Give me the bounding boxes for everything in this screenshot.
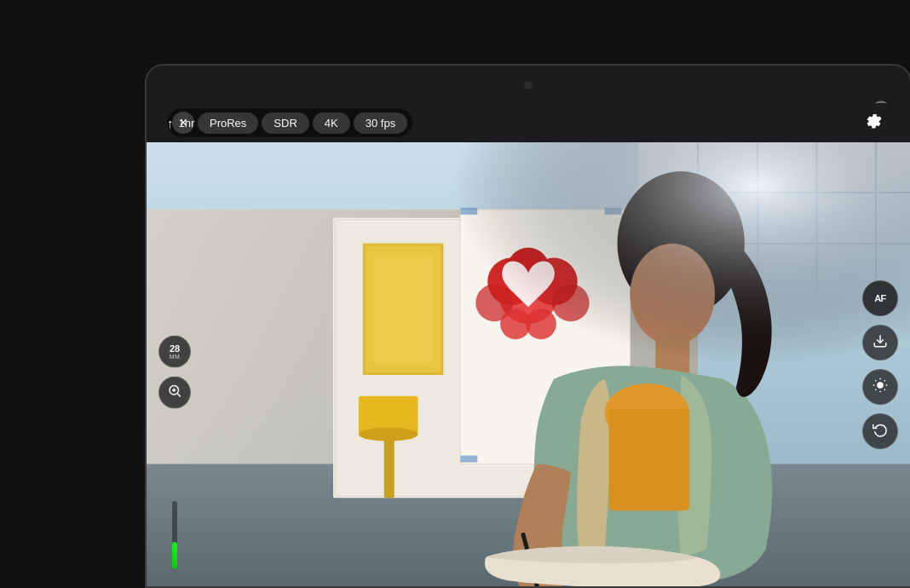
zoom-button[interactable]: [158, 376, 191, 408]
lens-selector[interactable]: 28 MM: [158, 335, 191, 367]
prores-pill[interactable]: ProRes: [198, 112, 258, 134]
recording-time: 1hr: [179, 117, 195, 130]
left-camera-controls: 28 MM: [158, 335, 191, 408]
camera-viewfinder: 28 MM AF: [147, 142, 910, 586]
af-button[interactable]: AF: [862, 280, 898, 316]
right-camera-controls: AF: [862, 280, 898, 449]
lens-unit-label: MM: [170, 353, 181, 359]
svg-line-51: [884, 380, 885, 381]
save-button[interactable]: [862, 325, 898, 360]
4k-pill[interactable]: 4K: [313, 112, 350, 134]
zoom-icon: [167, 383, 182, 401]
reset-button[interactable]: [862, 413, 898, 449]
fps-pill[interactable]: 30 fps: [354, 112, 407, 134]
svg-line-47: [884, 389, 885, 389]
settings-button[interactable]: [859, 107, 890, 138]
svg-line-50: [875, 389, 876, 389]
exposure-button[interactable]: [862, 369, 898, 405]
recording-indicator: ↑ 1hr: [167, 116, 194, 130]
gear-icon: [866, 112, 883, 133]
refresh-icon: [873, 422, 888, 441]
lens-mm-value: 28: [170, 343, 180, 353]
exposure-bar: [172, 501, 177, 569]
sdr-pill[interactable]: SDR: [262, 112, 308, 134]
format-bar: ✕ ProRes SDR 4K 30 fps: [167, 108, 412, 137]
timer-arrow-icon: ↑: [167, 116, 174, 130]
svg-line-46: [875, 380, 876, 381]
svg-rect-37: [147, 142, 910, 586]
af-label: AF: [874, 293, 886, 303]
svg-line-39: [177, 394, 180, 396]
download-icon: [873, 333, 888, 352]
brightness-icon: [873, 378, 888, 396]
svg-point-43: [877, 382, 884, 389]
exposure-fill: [172, 542, 177, 569]
